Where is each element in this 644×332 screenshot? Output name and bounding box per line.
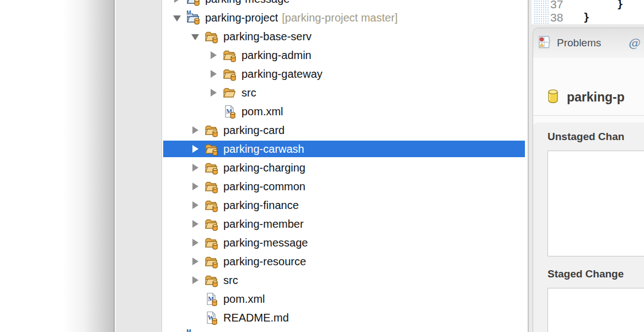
expand-arrow-icon[interactable]: [191, 219, 199, 228]
git-folder-icon: [204, 273, 219, 288]
git-folder-icon: [204, 254, 219, 269]
eclipse-window-fragment: Mparking-message Mparking-project[parkin…: [0, 0, 644, 332]
svg-text:M: M: [186, 329, 191, 332]
tree-item-label: parking-message: [223, 237, 308, 249]
tree-row-parking-carwash[interactable]: parking-carwash: [162, 140, 528, 158]
tree-item-label: parking-finance: [223, 199, 299, 212]
expand-arrow-icon[interactable]: [191, 276, 199, 285]
repository-title-row: parking-p: [533, 58, 644, 106]
git-folder-icon: [222, 67, 237, 82]
git-branch-decoration: [parking-project master]: [282, 12, 398, 24]
markdown-file-icon: W: [204, 310, 219, 325]
tree-row-parking-member[interactable]: parking-member: [162, 215, 528, 233]
tree-row-parking-message[interactable]: parking-message: [162, 233, 528, 252]
tree-row-parking-finance[interactable]: parking-finance: [162, 196, 528, 215]
project-explorer-panel: Mparking-message Mparking-project[parkin…: [162, 0, 528, 332]
tree-item-label: parking-carwash: [223, 143, 304, 156]
tree-row-parking-base-serv[interactable]: parking-base-serv: [162, 27, 528, 46]
maven-folder-icon: M: [186, 0, 201, 7]
unstaged-changes-list[interactable]: [548, 151, 644, 256]
tree-item-label: parking-card: [223, 124, 285, 137]
git-folder-icon: [204, 160, 219, 175]
code-editor-fragment[interactable]: 37 } 38 }: [532, 0, 644, 24]
svg-text:M: M: [186, 10, 191, 16]
twisty-spacer: [191, 294, 199, 303]
tree-row-src[interactable]: src: [162, 271, 528, 290]
tree-item-label: pom.xml: [223, 293, 265, 306]
expand-arrow-icon[interactable]: [210, 51, 217, 60]
tree-item-label: README.md: [223, 312, 289, 324]
staging-sections: Unstaged Chan Staged Change: [533, 122, 644, 332]
tab-problems[interactable]: Problems: [538, 35, 601, 51]
tree-row-partial[interactable]: M: [162, 327, 528, 332]
tree-row-README.md[interactable]: W README.md: [162, 308, 528, 327]
line-code: }: [583, 11, 589, 23]
git-folder-icon: [204, 29, 219, 44]
tree-item-label: parking-base-serv: [223, 30, 312, 43]
tree-item-label: parking-common: [223, 180, 305, 193]
expand-arrow-icon[interactable]: [210, 69, 217, 78]
tree-row-parking-admin[interactable]: parking-admin: [162, 46, 528, 65]
tree-item-label: src: [223, 274, 238, 287]
git-folder-icon: [204, 198, 219, 213]
git-folder-icon: [204, 217, 219, 232]
view-tab-bar: Problems @: [533, 28, 644, 58]
tree-item-label: pom.xml: [242, 105, 283, 118]
right-panel-stack: 37 } 38 }: [529, 0, 644, 332]
expand-arrow-icon[interactable]: [210, 88, 217, 97]
expand-arrow-icon[interactable]: [191, 163, 199, 172]
javadoc-tab-icon[interactable]: @: [628, 36, 640, 50]
tree-item-label: parking-gateway: [242, 68, 323, 81]
tree-row-parking-common[interactable]: parking-common: [162, 177, 528, 196]
expand-arrow-icon[interactable]: [173, 0, 181, 3]
twisty-spacer: [210, 107, 217, 116]
git-staging-view: parking-p Unstaged Chan Staged Change: [533, 58, 644, 332]
tree-row-parking-message[interactable]: Mparking-message: [162, 0, 528, 8]
tree-row-parking-card[interactable]: parking-card: [162, 121, 528, 140]
line-number: 38: [550, 11, 566, 24]
editor-line: 37 }: [532, 0, 644, 10]
tree-row-parking-resource[interactable]: parking-resource: [162, 252, 528, 271]
tree-row-parking-gateway[interactable]: parking-gateway: [162, 65, 528, 83]
background-window-shadow: [0, 0, 115, 332]
expand-arrow-icon[interactable]: [191, 238, 199, 247]
tree-item-label: parking-member: [223, 218, 304, 231]
expand-arrow-icon[interactable]: [191, 126, 199, 135]
editor-line: 38 }: [532, 11, 644, 24]
tree-row-src[interactable]: src: [162, 83, 528, 102]
tree-item-label: parking-admin: [242, 49, 312, 62]
git-folder-icon: [222, 48, 237, 63]
collapse-arrow-icon[interactable]: [173, 13, 181, 22]
expand-arrow-icon[interactable]: [191, 201, 199, 210]
tree-item-label: src: [242, 87, 256, 99]
bottom-view-panel: Problems @ parking-p: [533, 28, 644, 332]
git-folder-icon: [204, 179, 219, 194]
maven-folder-icon: M: [186, 10, 201, 25]
expand-arrow-icon[interactable]: [191, 182, 199, 191]
repository-name: parking-p: [567, 90, 625, 105]
tree-row-pom.xml[interactable]: M pom.xml: [162, 290, 528, 308]
problems-icon: [538, 35, 551, 51]
git-folder-icon: [204, 142, 219, 157]
git-folder-icon: [204, 123, 219, 138]
twisty-spacer: [191, 313, 199, 322]
folder-icon: [222, 85, 237, 100]
tab-problems-label: Problems: [557, 37, 601, 49]
git-repository-icon: [548, 89, 559, 106]
tree-row-pom.xml[interactable]: M pom.xml: [162, 102, 528, 121]
expand-arrow-icon[interactable]: [191, 144, 199, 153]
collapse-arrow-icon[interactable]: [191, 32, 199, 41]
project-tree: Mparking-message Mparking-project[parkin…: [162, 0, 528, 332]
tree-row-parking-project[interactable]: Mparking-project[parking-project master]: [162, 8, 528, 27]
workbench-left-margin: [115, 0, 162, 332]
unstaged-changes-heading: Unstaged Chan: [548, 131, 644, 143]
tree-row-parking-charging[interactable]: parking-charging: [162, 158, 528, 177]
staging-sash[interactable]: [548, 256, 644, 268]
tree-item-label: parking-charging: [223, 162, 305, 174]
staged-changes-list[interactable]: [548, 288, 644, 332]
maven-file-icon: M: [222, 104, 237, 119]
expand-arrow-icon[interactable]: [191, 257, 199, 266]
tree-item-label: parking-resource: [223, 255, 306, 268]
staging-divider: [533, 115, 644, 116]
maven-file-icon: M: [204, 292, 219, 307]
